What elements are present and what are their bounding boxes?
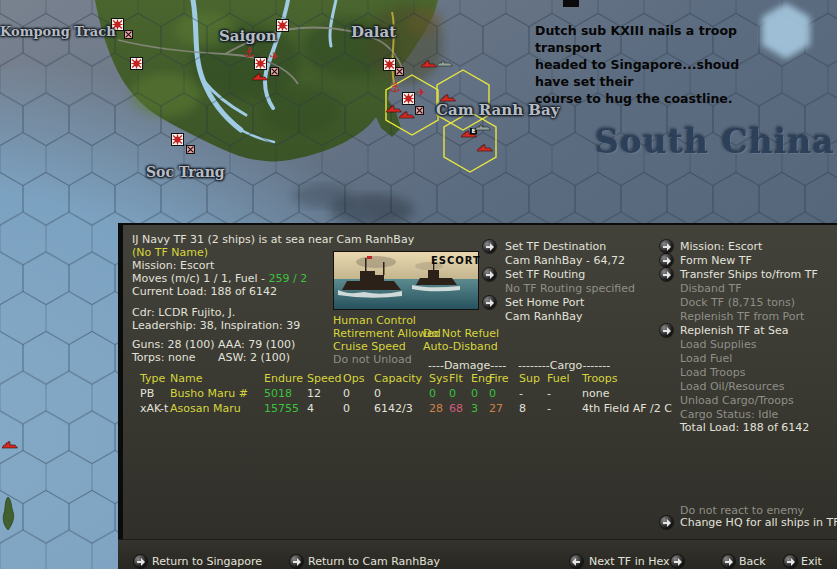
next-tf-arrow-icon[interactable] <box>671 555 684 568</box>
ship-class-image: ESCORT <box>333 251 479 310</box>
transfer-ships-button[interactable]: Transfer Ships to/from TF <box>680 268 818 281</box>
ship-row-sys: 28 <box>429 402 443 415</box>
fuel-value: 259 / 2 <box>268 272 307 285</box>
total-load-item: Total Load: 188 of 6142 <box>680 421 809 434</box>
col-header-name: Name <box>170 372 202 385</box>
action-arrow-icon[interactable] <box>784 555 797 568</box>
ship-row-endure: 5018 <box>264 387 292 400</box>
ship-row-fire: 27 <box>489 402 503 415</box>
japanese-base-icon[interactable] <box>277 20 289 32</box>
ship-row-eng: 3 <box>471 402 478 415</box>
ship-row-type: PB <box>140 387 154 400</box>
ground-unit-icon[interactable] <box>271 68 279 76</box>
previous-tf-arrow-icon[interactable] <box>570 555 583 568</box>
replenish-from-port-item: Replenish TF from Port <box>680 310 804 323</box>
japanese-base-icon[interactable] <box>131 58 143 70</box>
game-screen: E ⚓ ✈ <box>0 0 837 569</box>
japanese-base-icon-cam-ranh[interactable] <box>403 93 415 105</box>
ship-row-name[interactable]: Busho Maru # <box>170 387 248 400</box>
map-label-soc-trang: Soc Trang <box>146 164 225 180</box>
speed-status[interactable]: Cruise Speed <box>333 340 406 353</box>
map-label-south-china-sea: South China Se <box>595 122 837 161</box>
action-arrow-icon[interactable] <box>660 324 673 337</box>
col-header-ops: Ops <box>343 372 364 385</box>
tf-mission: Mission: Escort <box>132 259 214 272</box>
action-arrow-icon[interactable] <box>660 254 673 267</box>
ship-row-eng: 0 <box>471 387 478 400</box>
ship-row-name[interactable]: Asosan Maru <box>170 402 241 415</box>
action-arrow-icon[interactable] <box>483 296 496 309</box>
exit-button[interactable]: Exit <box>801 555 822 568</box>
tf-commander[interactable]: Cdr: LCDR Fujito, J. <box>132 306 235 319</box>
mission-button[interactable]: Mission: Escort <box>680 240 762 253</box>
col-header-type: Type <box>140 372 165 385</box>
set-tf-destination-button[interactable]: Set TF Destination <box>505 240 606 253</box>
refuel-status[interactable]: Do Not Refuel <box>423 327 499 340</box>
set-home-port-button[interactable]: Set Home Port <box>505 296 584 309</box>
ship-row-flt: 0 <box>449 387 456 400</box>
ground-unit-icon[interactable] <box>416 107 424 115</box>
cargo-status-item: Cargo Status: Idle <box>680 408 778 421</box>
map-label-dalat: Dalat <box>351 23 396 41</box>
col-header-endure: Endure <box>264 372 303 385</box>
action-arrow-icon[interactable] <box>660 268 673 281</box>
back-button[interactable]: Back <box>739 555 766 568</box>
ship-row-speed: 4 <box>307 402 314 415</box>
japanese-base-icon-saigon[interactable] <box>255 58 267 70</box>
set-tf-routing-button[interactable]: Set TF Routing <box>505 268 585 281</box>
task-force-panel: IJ Navy TF 31 (2 ships) is at sea near C… <box>118 223 837 569</box>
action-arrow-icon[interactable] <box>722 555 735 568</box>
tf-torps: Torps: none <box>132 351 195 364</box>
ship-row-sup: - <box>519 387 523 400</box>
event-message-line: headed to Singapore...shoud have set the… <box>535 56 760 90</box>
tf-aaa: AAA: 79 (100) <box>218 338 295 351</box>
home-port-value: Cam RanhBay <box>505 310 583 323</box>
change-hq-button[interactable]: Change HQ for all ships in TF <box>680 516 837 529</box>
tf-name[interactable]: (No TF Name) <box>132 246 208 259</box>
japanese-base-icon-dalat[interactable] <box>384 59 396 71</box>
tf-leadership: Leadership: 38, Inspiration: 39 <box>132 319 300 332</box>
control-status[interactable]: Human Control <box>333 314 416 327</box>
cargo-group-header: --------Cargo------- <box>518 359 610 372</box>
disband-tf-item: Disband TF <box>680 282 741 295</box>
unit-counter-edge[interactable] <box>563 0 579 7</box>
disband-status[interactable]: Auto-Disband <box>423 340 498 353</box>
tf-asw: ASW: 2 (100) <box>218 351 290 364</box>
action-arrow-icon[interactable] <box>134 555 147 568</box>
load-troops-item: Load Troops <box>680 366 745 379</box>
action-arrow-icon[interactable] <box>290 555 303 568</box>
load-fuel-item: Load Fuel <box>680 352 732 365</box>
unload-status[interactable]: Do not Unload <box>333 353 412 366</box>
action-arrow-icon[interactable] <box>483 240 496 253</box>
ground-unit-icon[interactable] <box>187 146 195 154</box>
routing-value: No TF Routing specified <box>505 282 635 295</box>
ship-row-fuel: - <box>547 402 551 415</box>
next-tf-in-hex-label[interactable]: Next TF in Hex <box>589 555 670 568</box>
map-label-kompong-trach: Kompong Trach <box>0 24 116 39</box>
load-supplies-item: Load Supplies <box>680 338 756 351</box>
tf-title: IJ Navy TF 31 (2 ships) is at sea near C… <box>132 233 414 246</box>
tf-moves: Moves (m/c) 1 / 1, Fuel - 259 / 2 <box>132 272 307 285</box>
ship-row-type: xAK-t <box>140 402 168 415</box>
ship-row-ops: 0 <box>343 402 350 415</box>
event-message-line: course to hug the coastline. <box>535 90 760 107</box>
action-arrow-icon[interactable] <box>483 268 496 281</box>
ship-row-speed: 12 <box>307 387 321 400</box>
ship-row-endure: 15755 <box>264 402 299 415</box>
col-header-fuel: Fuel <box>547 372 570 385</box>
replenish-at-sea-button[interactable]: Replenish TF at Sea <box>680 324 789 337</box>
col-header-troops: Troops <box>582 372 618 385</box>
event-message-line: Dutch sub KXIII nails a troop transport <box>535 22 760 56</box>
return-to-cam-ranh-button[interactable]: Return to Cam RanhBay <box>308 555 440 568</box>
action-arrow-icon[interactable] <box>660 516 673 529</box>
japanese-base-icon-soc-trang[interactable] <box>172 134 184 146</box>
tf-current-load: Current Load: 188 of 6142 <box>132 285 277 298</box>
return-to-singapore-button[interactable]: Return to Singapore <box>152 555 262 568</box>
form-new-tf-button[interactable]: Form New TF <box>680 254 752 267</box>
ground-unit-icon[interactable] <box>125 31 133 39</box>
ground-unit-icon[interactable] <box>396 68 404 76</box>
ship-row-flt: 68 <box>449 402 463 415</box>
action-arrow-icon[interactable] <box>660 240 673 253</box>
ship-image-caption: ESCORT <box>431 255 481 266</box>
unload-cargo-item: Unload Cargo/Troops <box>680 394 794 407</box>
